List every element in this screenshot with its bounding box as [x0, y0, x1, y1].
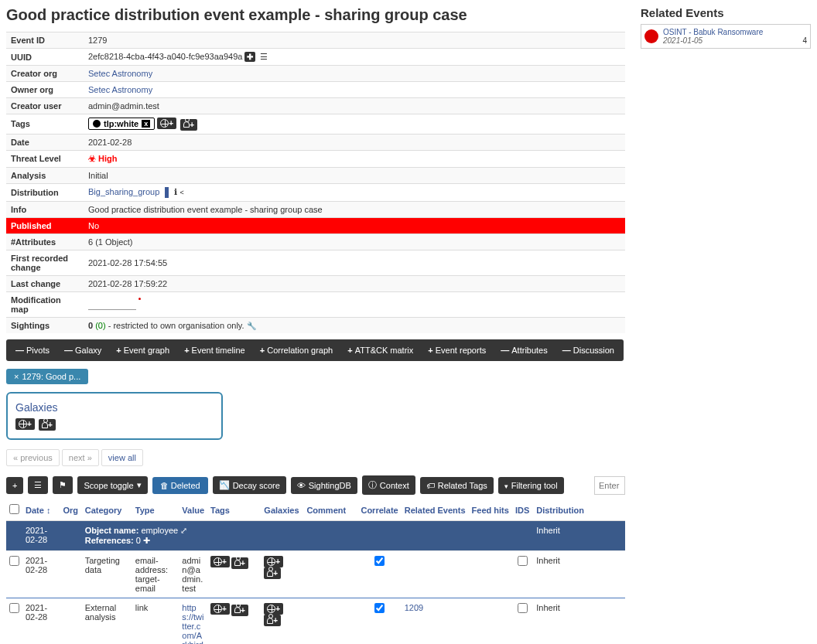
- add-galaxy-globe-button[interactable]: +: [15, 418, 35, 430]
- nav-attack-matrix[interactable]: +ATT&CK matrix: [341, 342, 419, 358]
- row-category: External analysis: [82, 598, 132, 644]
- row-distribution: Inherit: [533, 598, 625, 644]
- add-tag-local-button[interactable]: +: [264, 615, 281, 626]
- related-event-num: 4: [802, 36, 807, 45]
- modification-sparkline: [88, 296, 142, 312]
- add-tag-globe-button[interactable]: +: [210, 603, 230, 615]
- toolbar-context[interactable]: ⓘ Context: [362, 475, 415, 495]
- value-event-id: 1279: [84, 32, 625, 49]
- event-metadata-table: Event ID1279 UUID2efc8218-4cba-4f43-a040…: [6, 32, 625, 333]
- add-tag-globe-button[interactable]: +: [264, 603, 283, 615]
- related-event-card[interactable]: OSINT - Babuk Ransomware 2021-01-05 4: [641, 24, 811, 49]
- section-nav: —Pivots —Galaxy +Event graph +Event time…: [6, 339, 624, 361]
- value-info: Good practice distribution event example…: [84, 201, 625, 217]
- toolbar-tag-button[interactable]: ⚑: [53, 476, 73, 494]
- col-correlate: Correlate: [357, 499, 401, 521]
- toolbar-filtering[interactable]: Filtering tool: [498, 477, 564, 494]
- sightings-count: 0: [88, 321, 93, 330]
- add-tag-local-button[interactable]: +: [231, 605, 248, 616]
- select-all-checkbox[interactable]: [9, 504, 19, 514]
- col-ids[interactable]: IDS: [515, 506, 529, 515]
- nav-pivots[interactable]: —Pivots: [9, 342, 56, 358]
- col-comment[interactable]: Comment: [306, 506, 346, 515]
- galaxies-panel: Galaxies + +: [6, 392, 223, 441]
- label-published: Published: [6, 217, 84, 233]
- col-type[interactable]: Type: [135, 506, 155, 515]
- info-icon[interactable]: [174, 187, 177, 196]
- toolbar-list-button[interactable]: ☰: [28, 476, 48, 494]
- toolbar-deleted[interactable]: 🗑 Deleted: [152, 477, 208, 494]
- link-distribution[interactable]: Big_sharing_group: [88, 187, 159, 196]
- row-checkbox[interactable]: [9, 603, 19, 613]
- uuid-action-2[interactable]: ☰: [260, 52, 268, 61]
- attribute-value-link[interactable]: https://twitter.com/Arkbird_SOLG/status/…: [182, 603, 203, 644]
- row-date: 2021-02-28: [22, 551, 60, 598]
- distribution-bar: [165, 187, 169, 198]
- toolbar-sightingdb[interactable]: 👁 SightingDB: [291, 477, 357, 494]
- nav-event-reports[interactable]: +Event reports: [422, 342, 492, 358]
- col-value[interactable]: Value: [182, 506, 204, 515]
- col-category[interactable]: Category: [85, 506, 122, 515]
- globe-icon: [160, 119, 169, 128]
- add-tag-globe-button[interactable]: +: [264, 556, 283, 567]
- related-events-title: Related Events: [641, 6, 811, 19]
- col-date[interactable]: Date: [26, 506, 44, 515]
- label-mod-map: Modification map: [6, 291, 84, 317]
- pivot-crumb[interactable]: ×1279: Good p...: [6, 369, 88, 384]
- ids-checkbox[interactable]: [518, 603, 528, 613]
- col-galaxies: Galaxies: [261, 499, 303, 521]
- label-uuid: UUID: [6, 49, 84, 66]
- related-event-date: 2021-01-05: [663, 36, 702, 45]
- toolbar-search-input[interactable]: [594, 476, 625, 495]
- label-owner-org: Owner org: [6, 82, 84, 98]
- row-checkbox[interactable]: [9, 556, 19, 566]
- label-tags: Tags: [6, 114, 84, 135]
- add-globe-tag-button[interactable]: +: [157, 118, 176, 129]
- add-tag-local-button[interactable]: +: [231, 557, 248, 569]
- value-first-change: 2021-02-28 17:54:55: [84, 250, 625, 275]
- add-local-tag-button[interactable]: +: [180, 119, 197, 131]
- label-creator-org: Creator org: [6, 66, 84, 82]
- nav-event-graph[interactable]: +Event graph: [110, 342, 176, 358]
- label-sightings: Sightings: [6, 317, 84, 333]
- label-distribution: Distribution: [6, 183, 84, 201]
- related-event-title: OSINT - Babuk Ransomware: [663, 28, 807, 36]
- pager-view-all[interactable]: view all: [101, 449, 143, 466]
- pager-top: « previous next » view all: [6, 449, 625, 466]
- nav-correlation-graph[interactable]: +Correlation graph: [254, 342, 339, 358]
- label-event-id: Event ID: [6, 32, 84, 49]
- share-icon[interactable]: [180, 187, 183, 196]
- add-galaxy-local-button[interactable]: +: [39, 419, 56, 431]
- link-owner-org[interactable]: Setec Astronomy: [88, 85, 152, 94]
- nav-event-timeline[interactable]: +Event timeline: [178, 342, 251, 358]
- value-attr-count: 6 (1 Object): [84, 233, 625, 250]
- value-creator-user: admin@admin.test: [84, 98, 625, 114]
- nav-discussion[interactable]: —Discussion: [556, 342, 620, 358]
- nav-attributes[interactable]: —Attributes: [494, 342, 553, 358]
- related-event-link[interactable]: 1209: [405, 603, 423, 612]
- nav-galaxy[interactable]: —Galaxy: [58, 342, 108, 358]
- value-last-change: 2021-02-28 17:59:22: [84, 275, 625, 291]
- label-analysis: Analysis: [6, 167, 84, 183]
- col-org[interactable]: Org: [63, 506, 79, 515]
- attribute-value: admin@admin.test: [182, 556, 203, 593]
- toolbar-add-button[interactable]: +: [6, 477, 23, 494]
- close-icon[interactable]: ×: [14, 372, 19, 381]
- correlate-checkbox[interactable]: [374, 556, 385, 566]
- wrench-icon[interactable]: [247, 321, 256, 330]
- link-creator-org[interactable]: Setec Astronomy: [88, 69, 152, 78]
- col-distribution[interactable]: Distribution: [536, 506, 584, 515]
- toolbar-related-tags[interactable]: 🏷 Related Tags: [420, 477, 494, 494]
- ids-checkbox[interactable]: [518, 556, 528, 566]
- page-title: Good practice distribution event example…: [6, 6, 625, 24]
- correlate-checkbox[interactable]: [374, 603, 385, 613]
- uuid-action-1[interactable]: ✚: [244, 52, 255, 62]
- toolbar-decay[interactable]: 📉 Decay score: [213, 476, 286, 494]
- label-date: Date: [6, 134, 84, 150]
- add-tag-local-button[interactable]: +: [264, 567, 281, 579]
- tag-remove-icon[interactable]: x: [142, 120, 150, 128]
- label-first-change: First recorded change: [6, 250, 84, 275]
- tag-tlp-white[interactable]: tlp:whitex: [88, 118, 155, 130]
- add-tag-globe-button[interactable]: +: [210, 556, 230, 567]
- toolbar-scope-toggle[interactable]: Scope toggle ▾: [77, 476, 147, 494]
